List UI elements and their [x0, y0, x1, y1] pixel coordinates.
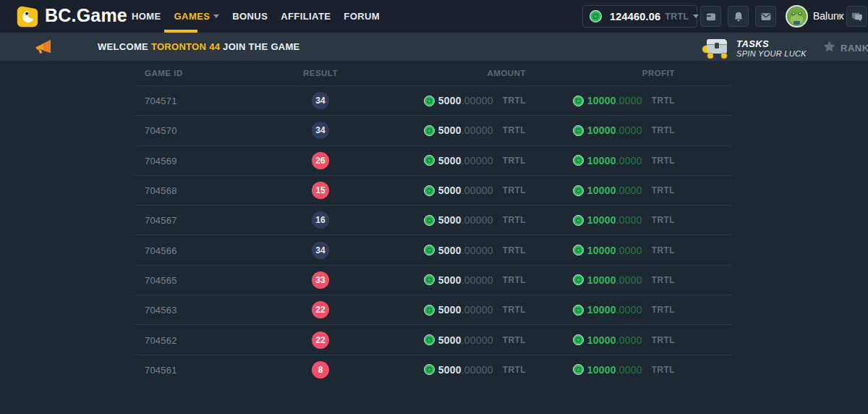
amount-cell: 5000.00000 TRTL [364, 124, 526, 136]
nav-item-forum[interactable]: FORUM [344, 11, 380, 22]
result-badge: 16 [312, 211, 329, 229]
bcgame-logo-icon[interactable] [14, 4, 39, 29]
chevron-down-icon [213, 14, 219, 18]
tasks-link[interactable]: TASKS SPIN YOUR LUCK [700, 35, 807, 62]
brand-title[interactable]: BC.Game [45, 5, 127, 26]
trtl-coin-icon [424, 305, 435, 316]
table-header-row: GAME ID RESULT AMOUNT PROFIT [135, 61, 732, 85]
trtl-coin-icon [424, 96, 435, 106]
result-badge: 15 [312, 182, 329, 199]
table-row[interactable]: 704571 34 5000.00000 TRTL 10000.0000 TRT… [135, 85, 732, 115]
amount-cell: 5000.00000 TRTL [364, 364, 526, 376]
table-row[interactable]: 704563 22 5000.00000 TRTL 10000.0000 TRT… [135, 295, 732, 324]
amount-cell: 5000.00000 TRTL [364, 214, 526, 226]
game-id-cell: 704562 [135, 334, 277, 347]
trtl-coin-icon [424, 245, 435, 255]
table-row[interactable]: 704570 34 5000.00000 TRTL 10000.0000 TRT… [135, 115, 732, 145]
trtl-coin-icon [573, 334, 584, 345]
nav-item-affiliate[interactable]: AFFILIATE [281, 11, 331, 22]
profit-cell: 10000.0000 TRTL [526, 95, 675, 106]
nav-item-bonus[interactable]: BONUS [232, 11, 268, 22]
user-avatar[interactable] [786, 5, 808, 28]
game-id-cell: 704566 [135, 244, 277, 257]
wallet-button[interactable] [700, 6, 721, 27]
trtl-coin-icon [424, 155, 435, 166]
result-cell: 22 [277, 301, 364, 318]
table-row[interactable]: 704561 8 5000.00000 TRTL 10000.0000 TRTL [135, 355, 732, 384]
game-id-cell: 704569 [135, 154, 277, 167]
result-cell: 8 [277, 361, 364, 379]
table-row[interactable]: 704569 26 5000.00000 TRTL 10000.0000 TRT… [135, 145, 732, 175]
amount-cell: 5000.00000 TRTL [364, 334, 526, 346]
megaphone-icon [33, 38, 55, 59]
trtl-coin-icon [573, 96, 584, 106]
rank-link[interactable]: RANK [823, 41, 868, 55]
bet-history-table: GAME ID RESULT AMOUNT PROFIT 704571 34 5… [135, 61, 732, 384]
trtl-coin-icon [424, 364, 435, 375]
balance-selector[interactable]: 124460.06 TRTL [582, 5, 697, 28]
profit-cell: 10000.0000 TRTL [526, 124, 675, 136]
messages-button[interactable] [755, 6, 776, 27]
amount-cell: 5000.00000 TRTL [364, 155, 526, 166]
header-result: RESULT [277, 69, 364, 77]
tasks-subtitle: SPIN YOUR LUCK [736, 49, 807, 58]
header-amount: AMOUNT [364, 69, 526, 77]
chevron-down-icon [693, 14, 699, 18]
mail-icon [760, 10, 773, 23]
table-row[interactable]: 704567 16 5000.00000 TRTL 10000.0000 TRT… [135, 205, 732, 235]
game-id-cell: 704561 [135, 363, 277, 376]
table-body: 704571 34 5000.00000 TRTL 10000.0000 TRT… [135, 85, 732, 384]
result-cell: 22 [277, 331, 364, 349]
trtl-coin-icon [573, 125, 584, 136]
trtl-coin-icon [590, 10, 602, 22]
amount-cell: 5000.00000 TRTL [364, 185, 526, 196]
trtl-coin-icon [424, 215, 435, 226]
treasure-chest-icon [700, 35, 731, 62]
game-id-cell: 704565 [135, 274, 277, 287]
trtl-coin-icon [424, 274, 435, 285]
notifications-button[interactable] [728, 6, 749, 27]
profit-cell: 10000.0000 TRTL [526, 274, 675, 286]
rank-label: RANK [841, 43, 868, 54]
amount-cell: 5000.00000 TRTL [364, 245, 526, 256]
chat-button[interactable]: 10 [846, 6, 867, 27]
result-badge: 33 [312, 271, 329, 289]
profit-cell: 10000.0000 TRTL [526, 214, 675, 226]
nav-item-home[interactable]: HOME [132, 11, 161, 22]
result-cell: 34 [277, 122, 364, 139]
trtl-coin-icon [573, 185, 584, 196]
profit-cell: 10000.0000 TRTL [526, 364, 675, 376]
header-game-id: GAME ID [135, 69, 277, 77]
balance-currency: TRTL [665, 12, 689, 22]
balance-amount: 124460.06 [610, 11, 660, 22]
trtl-coin-icon [573, 274, 584, 285]
nav-item-games[interactable]: GAMES [174, 11, 220, 22]
trtl-coin-icon [424, 334, 435, 345]
game-id-cell: 704567 [135, 214, 277, 227]
trtl-coin-icon [573, 305, 584, 316]
result-badge: 22 [312, 301, 329, 318]
result-badge: 22 [312, 331, 329, 349]
chat-icon [851, 10, 864, 23]
result-badge: 26 [312, 152, 329, 169]
table-row[interactable]: 704565 33 5000.00000 TRTL 10000.0000 TRT… [135, 265, 732, 295]
main-nav: HOME GAMES BONUS AFFILIATE FORUM [132, 0, 380, 33]
header-profit: PROFIT [526, 69, 675, 77]
profit-cell: 10000.0000 TRTL [526, 155, 675, 166]
table-row[interactable]: 704562 22 5000.00000 TRTL 10000.0000 TRT… [135, 324, 732, 354]
profit-cell: 10000.0000 TRTL [526, 185, 675, 196]
tasks-text: TASKS SPIN YOUR LUCK [736, 38, 807, 58]
result-cell: 15 [277, 182, 364, 199]
trtl-coin-icon [573, 245, 584, 255]
table-row[interactable]: 704568 15 5000.00000 TRTL 10000.0000 TRT… [135, 175, 732, 205]
game-id-cell: 704568 [135, 184, 277, 197]
profit-cell: 10000.0000 TRTL [526, 334, 675, 346]
amount-cell: 5000.00000 TRTL [364, 95, 526, 106]
result-cell: 34 [277, 242, 364, 259]
game-id-cell: 704570 [135, 124, 277, 137]
table-row[interactable]: 704566 34 5000.00000 TRTL 10000.0000 TRT… [135, 235, 732, 264]
wallet-icon [705, 10, 718, 23]
trtl-coin-icon [573, 215, 584, 226]
tasks-title: TASKS [736, 38, 807, 49]
amount-cell: 5000.00000 TRTL [364, 274, 526, 286]
